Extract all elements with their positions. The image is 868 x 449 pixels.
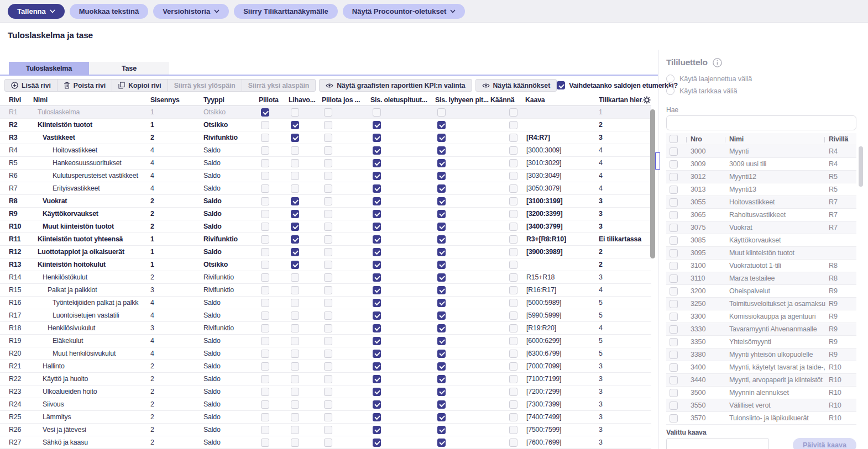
account-checkbox[interactable] xyxy=(670,224,678,232)
checkbox-lihavoi[interactable] xyxy=(291,210,299,218)
checkbox-lihavoi[interactable] xyxy=(291,388,299,396)
account-row[interactable]: 3012Myynti12R5 xyxy=(666,171,856,183)
add-row-button[interactable]: Lisää rivi xyxy=(4,79,57,92)
show-kpi-selection-button[interactable]: Näytä graafisten raporttien KPI:n valint… xyxy=(319,79,472,92)
checkbox-piilota[interactable] xyxy=(261,362,269,371)
account-row[interactable]: 3440Myynti, arvopaperit ja kiinteistötR1… xyxy=(666,374,856,387)
checkbox-piilota[interactable] xyxy=(261,324,269,332)
account-row[interactable]: 3000MyyntiR4 xyxy=(666,145,856,158)
checkbox-lihavoi[interactable] xyxy=(291,413,299,421)
account-row[interactable]: 3500Myynnin alennuksetR10 xyxy=(666,387,856,399)
table-row[interactable]: R21Hallinto2Saldo[7000:7099]3 xyxy=(0,360,651,373)
checkbox-lihavoi[interactable] xyxy=(291,223,299,231)
checkbox-lihavoi[interactable] xyxy=(291,273,299,282)
checkbox-lihavoi[interactable] xyxy=(291,261,299,269)
checkbox-sis-oletus[interactable] xyxy=(373,299,381,307)
checkbox-sis-oletus[interactable] xyxy=(373,146,381,155)
checkbox-kaanna[interactable] xyxy=(509,337,517,345)
table-row[interactable]: R9Käyttökorvaukset2Saldo[3200:3399]3 xyxy=(0,208,651,220)
panel-resize-handle[interactable] xyxy=(655,152,660,170)
radio-expanded-range[interactable] xyxy=(666,75,674,83)
checkbox-lihavoi[interactable] xyxy=(291,159,299,167)
checkbox-kaanna[interactable] xyxy=(509,299,517,307)
checkbox-lihavoi[interactable] xyxy=(291,337,299,345)
checkbox-sis-oletus[interactable] xyxy=(373,413,381,421)
checkbox-piilota[interactable] xyxy=(261,400,269,409)
checkbox-sis-oletus[interactable] xyxy=(373,337,381,345)
account-checkbox[interactable] xyxy=(670,147,678,156)
checkbox-sis-lyhyeen[interactable] xyxy=(437,388,446,396)
account-row[interactable]: 3550Välilliset verotR10 xyxy=(666,399,856,412)
account-row[interactable]: 3100Vuokratuotot 1-tiliR8 xyxy=(666,260,856,272)
checkbox-sis-oletus[interactable] xyxy=(373,197,381,205)
account-row[interactable]: 3075VuokratR7 xyxy=(666,221,856,234)
account-checkbox[interactable] xyxy=(670,211,678,219)
checkbox-piilota-jos[interactable] xyxy=(324,210,332,218)
checkbox-kaanna[interactable] xyxy=(509,108,517,117)
checkbox-lihavoi[interactable] xyxy=(291,184,299,193)
checkbox-lihavoi[interactable] xyxy=(291,108,299,117)
table-row[interactable]: R17Luontoisetujen vastatili4Saldo[5990:5… xyxy=(0,309,651,322)
account-row[interactable]: 3350YhteisömyyntiR9 xyxy=(666,336,856,348)
table-row[interactable]: R3Vastikkeet2Rivifunktio[R4:R7]3 xyxy=(0,131,651,144)
checkbox-sis-lyhyeen[interactable] xyxy=(437,426,446,434)
table-row[interactable]: R14Henkilöstökulut2RivifunktioR15+R183 xyxy=(0,271,651,284)
checkbox-sis-lyhyeen[interactable] xyxy=(437,337,446,345)
checkbox-piilota[interactable] xyxy=(261,210,269,218)
checkbox-piilota-jos[interactable] xyxy=(324,388,332,396)
checkbox-sis-lyhyeen[interactable] xyxy=(437,210,446,218)
checkbox-sis-oletus[interactable] xyxy=(373,248,381,256)
table-row[interactable]: R24Siivous2Saldo[7300:7399]3 xyxy=(0,398,651,411)
account-row[interactable]: 30093009 uusi tiliR4 xyxy=(666,158,856,171)
checkbox-sis-oletus[interactable] xyxy=(373,362,381,371)
checkbox-kaanna[interactable] xyxy=(509,172,517,180)
account-checkbox[interactable] xyxy=(670,274,678,283)
account-row[interactable]: 3330Tavaramyynti AhvenanmaalleR9 xyxy=(666,323,856,336)
checkbox-kaanna[interactable] xyxy=(509,426,517,434)
account-checkbox[interactable] xyxy=(670,414,678,422)
checkbox-piilota-jos[interactable] xyxy=(324,184,332,193)
account-checkbox[interactable] xyxy=(670,300,678,308)
checkbox-sis-lyhyeen[interactable] xyxy=(437,324,446,332)
checkbox-piilota[interactable] xyxy=(261,375,269,383)
checkbox-piilota-jos[interactable] xyxy=(324,286,332,294)
account-row[interactable]: 3570Tulonsiirto- ja läpikulkuerätR10 xyxy=(666,412,856,425)
table-row[interactable]: R19Eläkekulut4Saldo[6000:6299]5 xyxy=(0,335,651,347)
checkbox-lihavoi[interactable] xyxy=(291,324,299,332)
account-row[interactable]: 3380Myynti yhteisön ulkopuolelleR9 xyxy=(666,348,856,361)
show-procountor-defaults-button[interactable]: Näytä Procountor-oletukset xyxy=(343,4,465,19)
checkbox-kaanna[interactable] xyxy=(509,439,517,447)
table-row[interactable]: R6Kulutusperusteiset vastikkeet4Saldo[30… xyxy=(0,170,651,182)
checkbox-piilota-jos[interactable] xyxy=(324,121,332,129)
checkbox-piilota[interactable] xyxy=(261,388,269,396)
checkbox-kaanna[interactable] xyxy=(509,375,517,383)
checkbox-sis-oletus[interactable] xyxy=(373,261,381,269)
checkbox-sis-lyhyeen[interactable] xyxy=(437,261,446,269)
account-row[interactable]: 3400Myynti, käytetyt tavarat ja taide-,R… xyxy=(666,361,856,374)
table-row[interactable]: R18Henkilösivukulut3Rivifunktio[R19:R20]… xyxy=(0,322,651,335)
checkbox-lihavoi[interactable] xyxy=(291,299,299,307)
checkbox-sis-oletus[interactable] xyxy=(373,286,381,294)
checkbox-kaanna[interactable] xyxy=(509,223,517,231)
checkbox-kaanna[interactable] xyxy=(509,388,517,396)
account-row[interactable]: 3085Käyttökorvaukset xyxy=(666,234,856,247)
checkbox-piilota-jos[interactable] xyxy=(324,311,332,320)
checkbox-piilota[interactable] xyxy=(261,286,269,294)
table-row[interactable]: R26Vesi ja jätevesi2Saldo[7500:7599]3 xyxy=(0,424,651,436)
table-row[interactable]: R20Muut henkilösivukulut4Saldo[6300:6799… xyxy=(0,347,651,360)
table-row[interactable]: R2Kiinteistön tuotot1Otsikko2 xyxy=(0,119,651,131)
checkbox-lihavoi[interactable] xyxy=(291,311,299,320)
checkbox-kaanna[interactable] xyxy=(509,273,517,282)
table-row[interactable]: R10Muut kiinteistön tuotot2Saldo[3400:37… xyxy=(0,220,651,233)
checkbox-sis-oletus[interactable] xyxy=(373,311,381,320)
table-row[interactable]: R22Käyttö ja huolto2Saldo[7100:7199]3 xyxy=(0,373,651,385)
version-history-button[interactable]: Versiohistoria xyxy=(153,4,229,19)
checkbox-sis-lyhyeen[interactable] xyxy=(437,134,446,142)
checkbox-sis-oletus[interactable] xyxy=(373,134,381,142)
checkbox-sis-lyhyeen[interactable] xyxy=(437,197,446,205)
checkbox-piilota-jos[interactable] xyxy=(324,261,332,269)
checkbox-sis-lyhyeen[interactable] xyxy=(437,159,446,167)
table-row[interactable]: R5Hankeosuussuoritukset4Saldo[3010:3029]… xyxy=(0,157,651,170)
checkbox-piilota-jos[interactable] xyxy=(324,235,332,244)
checkbox-kaanna[interactable] xyxy=(509,210,517,218)
